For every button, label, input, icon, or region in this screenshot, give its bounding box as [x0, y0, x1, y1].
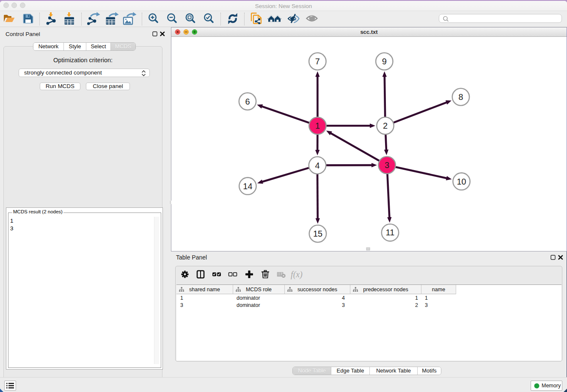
svg-text:15: 15	[313, 229, 322, 238]
svg-text:11: 11	[386, 228, 395, 237]
svg-text:9: 9	[382, 57, 387, 66]
svg-text:1: 1	[315, 121, 320, 130]
svg-text:8: 8	[458, 92, 463, 102]
svg-text:10: 10	[457, 177, 466, 186]
svg-text:4: 4	[315, 161, 319, 170]
svg-text:7: 7	[315, 57, 320, 66]
svg-text:6: 6	[245, 97, 250, 106]
svg-text:2: 2	[383, 121, 388, 130]
svg-text:f(x): f(x)	[291, 270, 303, 279]
svg-text:14: 14	[243, 182, 252, 191]
svg-text:3: 3	[385, 160, 389, 170]
